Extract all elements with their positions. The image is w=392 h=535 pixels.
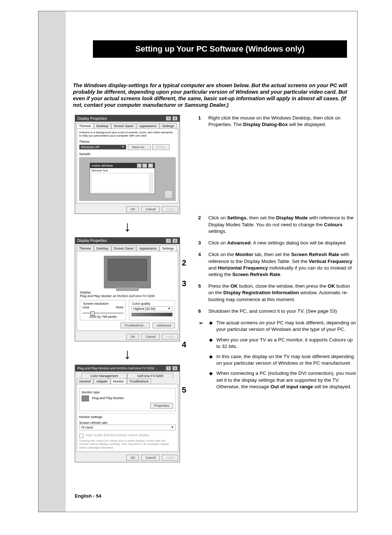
- close-icon[interactable]: X: [172, 366, 177, 370]
- dialog3-body: Monitor type Plug and Play Monitor Prope…: [77, 384, 178, 452]
- theme-select[interactable]: Windows XP ▼: [79, 145, 126, 150]
- step-body: Click on Advanced. A new settings dialog…: [208, 240, 356, 246]
- resolution-slider[interactable]: [82, 313, 123, 313]
- figures-column: Display Properties ? X Themes Desktop Sc…: [75, 115, 180, 462]
- color-quality-value: Highest (32 bit): [133, 307, 155, 311]
- refresh-rate-select[interactable]: 75 Hertz ▼: [79, 425, 176, 430]
- dialog1-titlebar: Display Properties ? X: [75, 115, 180, 122]
- apply-button[interactable]: Apply: [162, 334, 178, 340]
- ok-button[interactable]: OK: [126, 455, 139, 461]
- callout-2: 2: [182, 258, 186, 268]
- tab-adapter[interactable]: Adapter: [94, 378, 110, 384]
- dialog2-button-row: OK Cancel Apply: [75, 332, 180, 341]
- sidebar-strip: [38, 11, 66, 512]
- scrollbar: [149, 173, 153, 192]
- dialog3-tabs-top: Color Management GeForce FX 5200: [75, 372, 180, 378]
- recycle-bin-icon: [164, 190, 172, 198]
- cancel-button[interactable]: Cancel: [142, 334, 160, 340]
- figure-callouts: 2 3 4 5: [182, 115, 192, 416]
- dialog1-tabs: Themes Desktop Screen Saver Appearance S…: [75, 122, 180, 129]
- step-6: 6 Shutdown the PC, and connect it to you…: [198, 308, 356, 315]
- color-quality-group: Color quality Highest (32 bit) ▼: [129, 300, 175, 320]
- tab-appearance[interactable]: Appearance: [136, 123, 159, 129]
- dialog2-title: Display Properties: [77, 239, 107, 243]
- monitor-settings-title: Monitor settings: [79, 415, 176, 419]
- color-bar: [131, 313, 172, 316]
- color-quality-select[interactable]: Highest (32 bit) ▼: [131, 306, 172, 311]
- arrow-down-icon: ↓: [75, 219, 180, 234]
- theme-select-value: Windows XP: [81, 145, 99, 149]
- cancel-button[interactable]: Cancel: [142, 455, 160, 461]
- theme-label: Theme:: [79, 140, 176, 143]
- display-label: Display:: [79, 291, 176, 294]
- refresh-rate-value: 75 Hertz: [81, 426, 93, 429]
- tab-general[interactable]: General: [77, 378, 93, 384]
- chevron-down-icon: ▼: [168, 307, 171, 310]
- step-5: 5 Press the OK button, close the window,…: [198, 283, 356, 303]
- monitor-type-name: Plug and Play Monitor: [92, 396, 124, 400]
- tab-desktop[interactable]: Desktop: [94, 123, 111, 129]
- tab-desktop[interactable]: Desktop: [94, 246, 111, 251]
- ok-button[interactable]: OK: [126, 334, 139, 340]
- tab-screen-saver[interactable]: Screen Saver: [111, 246, 136, 251]
- page-title: Setting up Your PC Software (Windows onl…: [135, 44, 305, 53]
- intro-paragraph: The Windows display-settings for a typic…: [73, 82, 356, 109]
- help-icon[interactable]: ?: [166, 116, 171, 121]
- page-title-bar: Setting up Your PC Software (Windows onl…: [93, 40, 347, 58]
- apply-button[interactable]: Apply: [162, 206, 178, 212]
- close-icon[interactable]: X: [172, 116, 177, 121]
- display-properties-themes-dialog: Display Properties ? X Themes Desktop Sc…: [75, 115, 180, 214]
- dialog3-button-row: OK Cancel Apply: [75, 453, 180, 462]
- tab-troubleshoot[interactable]: Troubleshoot: [127, 378, 151, 384]
- step-3: 3 Click on Advanced. A new settings dial…: [198, 240, 356, 246]
- sample-preview: Active Window – □ X Window Text: [79, 157, 176, 201]
- tab-screen-saver[interactable]: Screen Saver: [111, 123, 136, 129]
- dialog1-body: A theme is a background plus a set of so…: [77, 129, 178, 203]
- step-number: 5: [198, 283, 208, 303]
- diamond-icon: ◆: [209, 320, 213, 333]
- screen-resolution-title: Screen resolution: [82, 302, 109, 305]
- tab-monitor[interactable]: Monitor: [111, 378, 127, 384]
- apply-button[interactable]: Apply: [162, 455, 178, 461]
- screen-resolution-group: Screen resolution Less More 1024 by 768 …: [80, 300, 126, 320]
- note-bullet: ◆When you use your TV as a PC monitor, i…: [209, 337, 356, 350]
- step-body: Click on Settings, then set the Display …: [208, 215, 356, 235]
- help-icon[interactable]: ?: [166, 366, 171, 370]
- refresh-rate-label: Screen refresh rate:: [79, 421, 176, 425]
- slider-more-label: More: [116, 305, 123, 309]
- delete-button[interactable]: Delete: [152, 144, 170, 150]
- diamond-icon: ◆: [209, 337, 213, 350]
- chevron-down-icon: ▼: [122, 145, 124, 149]
- tab-color-management[interactable]: Color Management: [81, 373, 127, 378]
- ok-button[interactable]: OK: [126, 206, 139, 212]
- tab-geforce[interactable]: GeForce FX 5200: [127, 373, 173, 378]
- step-4: 4 Click on the Monitor tab, then set the…: [198, 251, 356, 278]
- advanced-button[interactable]: Advanced: [152, 323, 175, 328]
- diamond-icon: ◆: [209, 370, 213, 390]
- close-icon[interactable]: X: [172, 239, 177, 243]
- instructions-column: 1 Right click the mouse on the Windows D…: [198, 115, 356, 394]
- step-body: Right click the mouse on the Windows Des…: [208, 115, 356, 128]
- monitor-type-group: Monitor type Plug and Play Monitor Prope…: [79, 388, 176, 411]
- hide-modes-help-text: Clearing this check box allows you to se…: [79, 439, 176, 450]
- help-icon[interactable]: ?: [166, 239, 171, 243]
- step-number: 2: [198, 215, 208, 235]
- window-text-label: Window Text: [91, 169, 108, 172]
- tab-appearance[interactable]: Appearance: [136, 246, 159, 251]
- tab-themes[interactable]: Themes: [77, 246, 94, 251]
- tab-settings[interactable]: Settings: [160, 123, 177, 129]
- properties-button[interactable]: Properties: [150, 403, 173, 409]
- callout-3: 3: [182, 279, 186, 288]
- cancel-button[interactable]: Cancel: [142, 206, 160, 212]
- dialog3-tabs-bottom: General Adapter Monitor Troubleshoot: [75, 378, 180, 384]
- hide-modes-checkbox[interactable]: [79, 434, 83, 438]
- troubleshoot-button[interactable]: Troubleshoot...: [121, 323, 150, 328]
- tab-settings[interactable]: Settings: [160, 246, 177, 251]
- note-bullet: ◆The actual screens on your PC may look …: [209, 320, 356, 333]
- step-body: Shutdown the PC, and connect it to your …: [208, 308, 356, 315]
- step-2: 2 Click on Settings, then set the Displa…: [198, 215, 356, 235]
- page-footer: English - 54: [75, 493, 101, 499]
- save-as-button[interactable]: Save As...: [128, 144, 151, 150]
- step-1: 1 Right click the mouse on the Windows D…: [198, 115, 356, 128]
- tab-themes[interactable]: Themes: [77, 123, 94, 129]
